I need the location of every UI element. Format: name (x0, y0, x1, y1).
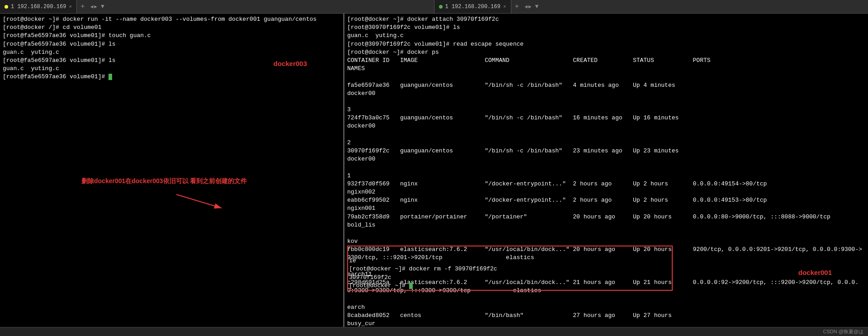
right-tab-close[interactable]: × (503, 4, 506, 9)
status-bar: CSDN @恢夏@は (0, 327, 868, 336)
right-terminal-boxed: ie [root@docker ~]# docker rm -f 30970f1… (349, 249, 497, 290)
annotation-docker001: docker001 (798, 268, 832, 277)
left-tab[interactable]: 1 192.168.200.169 × (0, 0, 77, 13)
svg-line-1 (176, 194, 222, 208)
annotation-docker003: docker003 (274, 59, 307, 68)
right-dropdown[interactable]: ▼ (533, 0, 540, 13)
left-cursor (108, 74, 112, 80)
main-area: [root@docker ~]# docker run -it --name d… (0, 14, 868, 327)
right-tab-label: 1 192.168.200.169 (445, 4, 500, 10)
right-tab[interactable]: 1 192.168.200.169 × (434, 0, 511, 13)
right-cursor (409, 283, 413, 289)
left-tab-close[interactable]: × (69, 4, 72, 9)
tab-dot-right (439, 5, 443, 9)
left-dropdown[interactable]: ▼ (99, 0, 106, 13)
right-tab-add[interactable]: + (511, 0, 523, 13)
tab-bar: 1 192.168.200.169 × + ◀ ▶ ▼ 1 192.168.20… (0, 0, 868, 14)
left-nav-prev[interactable]: ◀ (90, 4, 94, 9)
left-tab-label: 1 192.168.200.169 (11, 4, 66, 10)
right-nav-next[interactable]: ▶ (528, 4, 532, 9)
watermark: CSDN @恢夏@は (823, 328, 863, 335)
right-terminal[interactable]: [root@docker ~]# docker attach 30970f169… (344, 14, 868, 327)
left-tab-add[interactable]: + (77, 0, 89, 13)
tab-bar-left: 1 192.168.200.169 × + ◀ ▶ ▼ (0, 0, 434, 13)
tab-dot-left (5, 5, 8, 9)
left-nav-next[interactable]: ▶ (94, 4, 97, 9)
left-terminal-content: [root@docker ~]# docker run -it --name d… (3, 15, 340, 81)
left-terminal[interactable]: [root@docker ~]# docker run -it --name d… (0, 14, 344, 327)
tab-bar-right: 1 192.168.200.169 × + ◀ ▶ ▼ (434, 0, 868, 13)
annotation-delete: 删除docker001在docker003依旧可以 看到之前创建的文件 (81, 176, 247, 186)
right-tab-nav[interactable]: ◀ ▶ (523, 0, 533, 13)
right-nav-prev[interactable]: ◀ (524, 4, 528, 9)
left-tab-nav[interactable]: ◀ ▶ (89, 0, 99, 13)
